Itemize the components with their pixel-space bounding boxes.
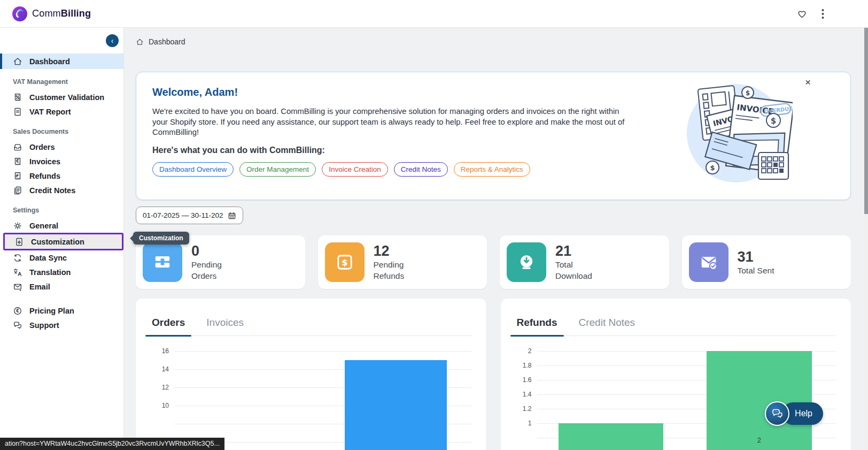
stat-card-pending-refunds: $ 12 Pending Refunds: [318, 235, 487, 289]
vertical-scrollbar[interactable]: [864, 28, 868, 450]
tab-orders[interactable]: Orders: [151, 317, 186, 335]
sidebar-section-sales-documents: Sales Documents: [13, 128, 123, 135]
sidebar-item-refunds[interactable]: Refunds: [0, 169, 123, 183]
sidebar-item-general[interactable]: General: [0, 218, 123, 233]
calendar-icon: [228, 211, 236, 220]
y-axis-tick-label: 14: [151, 365, 169, 373]
sidebar-section-settings: Settings: [13, 207, 123, 214]
sidebar-item-invoices[interactable]: € Invoices: [0, 154, 123, 169]
invoices-illustration: INVOICE INVOICE OVERDUE: [679, 73, 793, 189]
sidebar-item-label: Orders: [29, 143, 55, 151]
sidebar-item-label: Pricing Plan: [29, 307, 74, 315]
tab-invoices[interactable]: Invoices: [205, 317, 245, 335]
brand-logo: CommBilling: [12, 6, 91, 22]
app-header: CommBilling: [0, 0, 868, 28]
chart-gridline: [174, 351, 471, 352]
stat-value: 12: [374, 243, 427, 259]
stats-row: 0 Pending Orders $ 12 Pending Refunds 21…: [136, 235, 851, 289]
sidebar-item-label: General: [29, 222, 58, 230]
sidebar-item-label: Email: [29, 283, 50, 291]
sidebar-item-credit-notes[interactable]: Credit Notes: [0, 183, 123, 197]
status-bar-url: ation?host=YWRtaW4uc2hvcGlmeS5jb20vc3Rvc…: [0, 438, 224, 450]
help-button[interactable]: Help: [765, 401, 823, 426]
sidebar-item-customer-validation[interactable]: Customer Validation: [0, 90, 123, 104]
bar[interactable]: [559, 423, 663, 450]
stat-value: 21: [555, 243, 609, 259]
y-axis-tick-label: 1.4: [516, 391, 532, 398]
stat-card-total-sent: 31 Total Sent: [682, 235, 851, 289]
stat-label: Pending Refunds: [374, 259, 427, 281]
sidebar-item-data-sync[interactable]: Data Sync: [0, 250, 123, 265]
kebab-menu-icon: [821, 9, 824, 19]
breadcrumb: Dashboard: [136, 35, 851, 48]
refunds-bar-chart: 21.81.61.41.212: [516, 336, 836, 450]
dollar-square-icon: $: [325, 242, 365, 282]
welcome-tag[interactable]: Reports & Analytics: [454, 162, 530, 177]
mail-check-icon: [689, 242, 728, 282]
welcome-tag[interactable]: Dashboard Overview: [152, 162, 234, 177]
gear-icon: [13, 221, 22, 231]
sidebar-item-translation[interactable]: Translation: [0, 265, 123, 279]
y-axis-tick-label: 12: [151, 384, 169, 391]
euro-circle-icon: €: [13, 306, 22, 316]
bar[interactable]: [707, 351, 812, 450]
customization-icon: [14, 237, 24, 247]
sidebar-item-label: VAT Report: [29, 108, 71, 116]
welcome-tag[interactable]: Order Management: [239, 162, 316, 177]
sidebar-item-orders[interactable]: Orders: [0, 140, 123, 154]
sidebar-item-email[interactable]: Email: [0, 279, 123, 294]
stat-label: Total Sent: [738, 265, 791, 276]
chart-tabs: Orders Invoices: [151, 317, 471, 336]
translation-icon: [13, 268, 22, 277]
tab-credit-notes[interactable]: Credit Notes: [578, 317, 637, 335]
customization-highlight-box: Customization: [3, 233, 123, 250]
orders-bar-chart: 16141210: [151, 336, 471, 450]
sidebar-item-label: Refunds: [29, 172, 60, 180]
receipt-percent-icon: [13, 93, 22, 102]
y-axis-tick-label: 16: [151, 347, 169, 355]
overflow-menu-button[interactable]: [821, 9, 824, 19]
heart-icon: [796, 9, 808, 19]
date-range-picker[interactable]: 01-07-2025 — 30-11-202: [136, 207, 243, 224]
scrollbar-thumb[interactable]: [864, 28, 868, 214]
date-range-value: 01-07-2025 — 30-11-202: [143, 211, 223, 219]
commbilling-logo-icon: [12, 6, 28, 22]
svg-text:€: €: [15, 308, 19, 313]
y-axis-tick-label: 10: [151, 402, 169, 409]
chart-tabs: Refunds Credit Notes: [516, 317, 836, 336]
sidebar-item-label: Customization: [31, 238, 84, 246]
welcome-tag[interactable]: Invoice Creation: [322, 162, 388, 177]
tab-refunds[interactable]: Refunds: [516, 317, 559, 335]
sidebar-item-dashboard[interactable]: Dashboard: [0, 54, 123, 69]
sidebar-item-label: Translation: [29, 268, 71, 277]
stat-label: Pending Orders: [191, 259, 245, 281]
sidebar-item-label: Customer Validation: [29, 93, 104, 102]
favorite-heart-button[interactable]: [796, 9, 808, 19]
sidebar-item-customization[interactable]: Customization: [5, 234, 122, 249]
credit-notes-icon: [13, 186, 22, 195]
y-axis-tick-label: 1.8: [516, 362, 532, 369]
orders-tray-icon: [13, 142, 22, 152]
bar-data-label: 2: [757, 437, 761, 444]
y-axis-tick-label: 1.6: [516, 376, 532, 384]
orders-invoices-chart-card: Orders Invoices 16141210: [136, 299, 486, 450]
brand-suffix: Billing: [61, 8, 91, 19]
close-icon[interactable]: ×: [805, 77, 811, 88]
download-circle-icon: [507, 242, 546, 282]
bar[interactable]: [345, 360, 447, 450]
home-icon: [13, 57, 22, 66]
invoice-euro-icon: €: [13, 157, 22, 166]
y-axis-tick-label: 1.2: [516, 405, 532, 413]
sidebar-item-vat-report[interactable]: VAT Report: [0, 104, 123, 119]
welcome-tag[interactable]: Credit Notes: [394, 162, 448, 177]
sidebar-item-support[interactable]: Support: [0, 318, 123, 332]
sidebar-item-pricing-plan[interactable]: € Pricing Plan: [0, 303, 123, 318]
brand-prefix: Comm: [32, 8, 61, 19]
support-chat-icon: [13, 321, 22, 330]
chat-bubbles-icon: [765, 401, 789, 426]
y-axis-tick-label: 1: [516, 420, 532, 427]
sidebar-collapse-button[interactable]: ‹: [106, 34, 119, 47]
home-icon: [136, 38, 144, 46]
archive-box-icon: [143, 242, 182, 282]
svg-text:$: $: [746, 89, 750, 97]
